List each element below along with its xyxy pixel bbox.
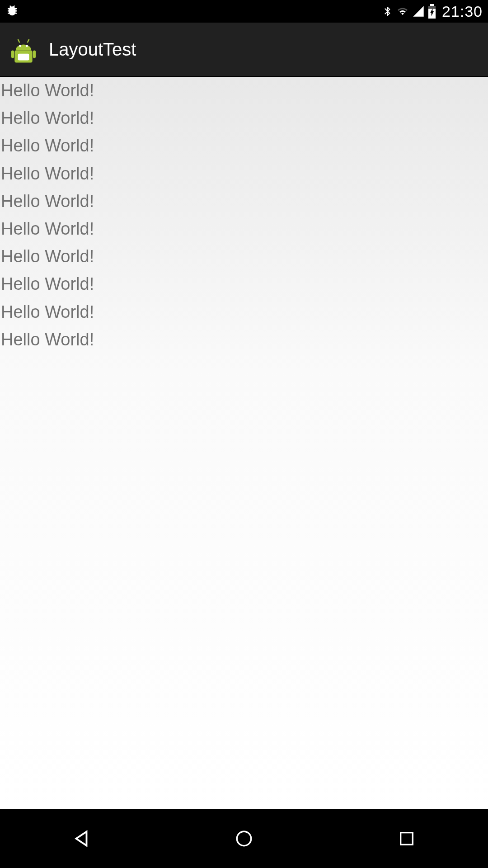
app-title: LayoutTest bbox=[49, 39, 136, 60]
text-line: Hello World! bbox=[0, 215, 488, 243]
status-time: 21:30 bbox=[442, 3, 483, 20]
svg-rect-9 bbox=[11, 50, 14, 58]
text-line: Hello World! bbox=[0, 132, 488, 160]
text-line: Hello World! bbox=[0, 270, 488, 298]
svg-rect-12 bbox=[401, 833, 413, 845]
svg-point-11 bbox=[237, 831, 251, 846]
text-line: Hello World! bbox=[0, 243, 488, 270]
svg-point-5 bbox=[19, 45, 21, 47]
text-line: Hello World! bbox=[0, 298, 488, 326]
app-icon bbox=[9, 35, 38, 64]
svg-rect-2 bbox=[430, 4, 434, 6]
bluetooth-icon bbox=[382, 5, 393, 18]
status-bar: 21:30 bbox=[0, 0, 488, 23]
recent-apps-button[interactable] bbox=[389, 821, 425, 857]
wifi-icon bbox=[396, 6, 409, 17]
svg-rect-4 bbox=[18, 54, 29, 61]
text-line: Hello World! bbox=[0, 188, 488, 215]
status-right: 21:30 bbox=[382, 3, 483, 20]
svg-line-8 bbox=[28, 39, 29, 42]
text-line: Hello World! bbox=[0, 104, 488, 132]
status-left bbox=[5, 4, 19, 19]
action-bar: LayoutTest bbox=[0, 23, 488, 77]
text-line: Hello World! bbox=[0, 77, 488, 104]
signal-icon bbox=[412, 5, 425, 18]
content-area: Hello World! Hello World! Hello World! H… bbox=[0, 77, 488, 809]
svg-line-7 bbox=[18, 39, 20, 42]
home-button[interactable] bbox=[226, 821, 262, 857]
battery-charging-icon bbox=[427, 4, 436, 19]
svg-rect-10 bbox=[33, 50, 36, 58]
text-line: Hello World! bbox=[0, 326, 488, 354]
navigation-bar bbox=[0, 809, 488, 868]
back-button[interactable] bbox=[63, 821, 99, 857]
svg-point-6 bbox=[26, 45, 28, 47]
text-line: Hello World! bbox=[0, 160, 488, 188]
debug-icon bbox=[5, 4, 19, 19]
